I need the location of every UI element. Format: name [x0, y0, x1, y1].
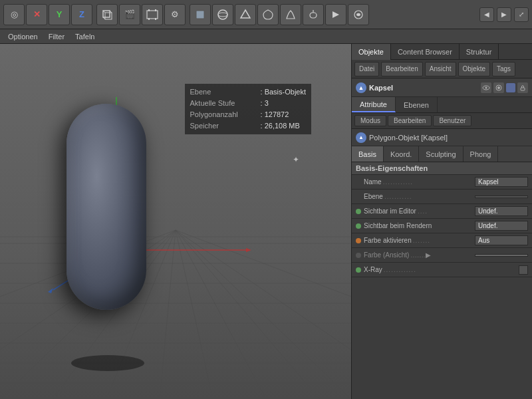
viewport[interactable]: Ebene : Basis-Objekt Aktuelle Stufe : 3 … — [0, 44, 351, 399]
prop-value-sichtbar-render[interactable]: Undef. — [475, 221, 528, 231]
svg-rect-49 — [521, 88, 525, 90]
toolbar-shape4-btn[interactable] — [257, 4, 279, 25]
menu-filter[interactable]: Filter — [43, 31, 70, 42]
prop-label-sichtbar-render: Sichtbar beim Rendern — [364, 222, 475, 229]
toolbar-cube-btn[interactable] — [96, 4, 118, 25]
tab-struktur[interactable]: Struktur — [460, 44, 499, 60]
tab-objekte[interactable]: Objekte — [352, 44, 391, 60]
svg-rect-7 — [155, 9, 156, 11]
prop-label-xray: X-Ray............. — [364, 266, 519, 273]
sub-tab-phong[interactable]: Phong — [464, 146, 499, 162]
svg-rect-10 — [196, 11, 204, 19]
prop-label-farbe-aktivieren: Farbe aktivieren....... — [364, 237, 475, 244]
svg-rect-1 — [105, 13, 112, 19]
prop-value-farbe-aktivieren[interactable]: Aus — [475, 235, 528, 245]
sub-tab-basis[interactable]: Basis — [352, 146, 384, 162]
prop-dot-sichtbar-render — [356, 223, 361, 229]
panel-toolbar: Datei Bearbeiten Ansicht Objekte Tags — [352, 60, 532, 78]
svg-rect-6 — [148, 9, 150, 11]
prop-row-ebene: Ebene........... — [352, 190, 532, 204]
capsule-object — [66, 104, 146, 310]
prop-value-farbe-ansicht[interactable] — [475, 254, 528, 257]
prop-value-name[interactable]: Kapsel — [475, 177, 528, 187]
toolbar-shape1-btn[interactable] — [190, 4, 211, 25]
prop-dot-farbe-ansicht — [356, 253, 361, 258]
properties-panel: Basis-Eigenschaften Name............ Kap… — [352, 162, 532, 399]
sub-tab-koord[interactable]: Koord. — [384, 146, 419, 162]
toolbar-film2-btn[interactable] — [142, 4, 163, 25]
svg-rect-9 — [155, 18, 156, 20]
prop-checkbox-xray[interactable] — [519, 265, 528, 275]
toolbar-film-btn[interactable]: 🎬 — [119, 4, 140, 25]
toolbar-arrow-left-btn[interactable]: ◀ — [479, 7, 494, 22]
object-header[interactable]: ▲ Kapsel — [352, 78, 532, 97]
toolbar: ◎ ✕ Y Z 🎬 ⚙ ◀ ▶ ⤢ — [0, 0, 532, 29]
info-overlay: Ebene : Basis-Objekt Aktuelle Stufe : 3 … — [185, 84, 311, 134]
obj-render-btn[interactable] — [493, 82, 504, 93]
sub-tab-sculpting[interactable]: Sculpting — [419, 146, 463, 162]
prop-row-xray: X-Ray............. — [352, 263, 532, 277]
mode-btn-benutzer[interactable]: Benutzer — [433, 115, 471, 126]
toolbar-y-btn[interactable]: Y — [49, 4, 70, 25]
object-icon: ▲ — [356, 82, 366, 93]
prop-value-ebene[interactable] — [475, 196, 528, 198]
prop-value-sichtbar-editor[interactable]: Undef. — [475, 206, 528, 216]
tab-ebenen[interactable]: Ebenen — [396, 97, 438, 112]
toolbar-shape5-btn[interactable] — [280, 4, 301, 25]
prop-label-sichtbar-editor: Sichtbar im Editor.... — [364, 207, 475, 215]
section-header: Basis-Eigenschaften — [352, 162, 532, 175]
panel-btn-objekte[interactable]: Objekte — [458, 62, 490, 76]
toolbar-x-btn[interactable]: ✕ — [26, 4, 47, 25]
toolbar-arrow-right-btn[interactable]: ▶ — [497, 7, 511, 22]
toolbar-gear-btn[interactable]: ⚙ — [164, 4, 186, 25]
toolbar-shape8-btn[interactable] — [348, 4, 369, 25]
mouse-cursor: ✦ — [293, 155, 299, 164]
tab-content-browser[interactable]: Content Browser — [391, 44, 460, 60]
svg-point-12 — [218, 13, 227, 17]
panel-btn-bearbeiten[interactable]: Bearbeiten — [381, 62, 422, 76]
svg-point-11 — [218, 10, 227, 19]
toolbar-shape3-btn[interactable] — [235, 4, 256, 25]
object-name: Kapsel — [369, 84, 393, 92]
obj-lock-btn[interactable] — [517, 82, 528, 93]
prop-dot-xray — [356, 267, 361, 273]
menubar: Optionen Filter Tafeln — [0, 29, 532, 44]
toolbar-shape7-btn[interactable] — [325, 4, 346, 25]
menu-optionen[interactable]: Optionen — [3, 31, 43, 42]
prop-row-name: Name............ Kapsel — [352, 175, 532, 190]
prop-dot-farbe-aktivieren — [356, 238, 361, 243]
prop-row-sichtbar-render: Sichtbar beim Rendern Undef. — [352, 219, 532, 233]
svg-rect-5 — [147, 11, 158, 19]
svg-rect-8 — [148, 18, 150, 20]
toolbar-z-btn[interactable]: Z — [71, 4, 92, 25]
svg-point-48 — [497, 86, 500, 89]
prop-label-name: Name............ — [364, 178, 475, 186]
mode-btn-modus[interactable]: Modus — [354, 115, 386, 126]
mode-btn-bearbeiten[interactable]: Bearbeiten — [388, 115, 432, 126]
object-type-label: Polygon-Objekt [Kapsel] — [369, 134, 448, 142]
prop-dot-sichtbar-editor — [356, 209, 361, 214]
prop-label-ebene: Ebene........... — [364, 193, 475, 200]
obj-type-icon: ▲ — [356, 132, 366, 143]
sub-tabs: Basis Koord. Sculpting Phong — [352, 146, 532, 162]
svg-marker-13 — [241, 10, 250, 18]
prop-row-farbe-aktivieren: Farbe aktivieren....... Aus — [352, 233, 532, 248]
svg-point-44 — [71, 355, 144, 371]
attr-tabs: Attribute Ebenen — [352, 97, 532, 113]
obj-color-swatch[interactable] — [506, 83, 515, 92]
panel-btn-datei[interactable]: Datei — [354, 62, 379, 76]
toolbar-shape2-btn[interactable] — [212, 4, 233, 25]
menu-tafeln[interactable]: Tafeln — [70, 31, 100, 42]
obj-eye-btn[interactable] — [481, 82, 491, 93]
svg-point-46 — [485, 86, 487, 88]
right-panel: Objekte Content Browser Struktur Datei B… — [351, 44, 532, 399]
panel-btn-tags[interactable]: Tags — [492, 62, 515, 76]
object-type-bar: ▲ Polygon-Objekt [Kapsel] — [352, 129, 532, 146]
tab-attribute[interactable]: Attribute — [352, 97, 396, 112]
panel-btn-ansicht[interactable]: Ansicht — [425, 62, 456, 76]
panel-top-tabs: Objekte Content Browser Struktur — [352, 44, 532, 60]
mode-bar: Modus Bearbeiten Benutzer — [352, 113, 532, 129]
toolbar-shape6-btn[interactable] — [303, 4, 324, 25]
toolbar-fullscreen-btn[interactable]: ⤢ — [514, 7, 529, 22]
toolbar-mode-btn[interactable]: ◎ — [3, 4, 25, 25]
